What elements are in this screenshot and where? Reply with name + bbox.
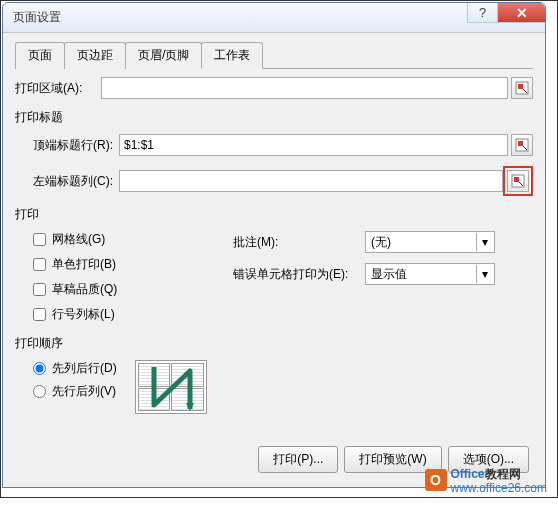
left-col-input[interactable]	[119, 170, 503, 192]
close-button[interactable]: ✕	[497, 3, 545, 23]
bw-checkbox[interactable]	[33, 258, 46, 271]
watermark-icon: O	[425, 469, 447, 491]
print-area-label: 打印区域(A):	[15, 80, 101, 97]
chevron-down-icon: ▾	[476, 265, 492, 283]
order-group: 打印顺序	[15, 335, 533, 352]
over-first-label: 先行后列(V)	[52, 383, 116, 400]
comments-label: 批注(M):	[233, 234, 359, 251]
top-row-input[interactable]	[119, 134, 508, 156]
rowcol-checkbox[interactable]	[33, 308, 46, 321]
errors-label: 错误单元格打印为(E):	[233, 266, 359, 283]
tab-page[interactable]: 页面	[15, 42, 65, 69]
errors-combo[interactable]: 显示值 ▾	[365, 263, 495, 285]
gridlines-checkbox[interactable]	[33, 233, 46, 246]
titlebar: 页面设置 ? ✕	[3, 3, 545, 33]
tab-sheet[interactable]: 工作表	[201, 42, 263, 69]
comments-combo[interactable]: (无) ▾	[365, 231, 495, 253]
tab-strip: 页面 页边距 页眉/页脚 工作表	[15, 41, 533, 69]
watermark-brand2: 教程网	[485, 467, 521, 481]
left-col-label: 左端标题列(C):	[33, 173, 119, 190]
errors-value: 显示值	[371, 266, 407, 283]
print-area-input[interactable]	[101, 77, 508, 99]
svg-rect-1	[518, 84, 523, 89]
print-order-preview	[135, 360, 207, 414]
watermark-brand1: Office	[451, 467, 485, 481]
print-group: 打印	[15, 206, 533, 223]
watermark: O Office教程网 www.office26.com	[425, 464, 548, 495]
draft-label: 草稿品质(Q)	[52, 281, 117, 298]
draft-checkbox[interactable]	[33, 283, 46, 296]
top-row-label: 顶端标题行(R):	[33, 137, 119, 154]
highlight-left-col-picker	[503, 166, 533, 196]
window-title: 页面设置	[13, 9, 61, 26]
left-col-range-picker[interactable]	[507, 170, 529, 192]
svg-rect-3	[518, 141, 523, 146]
print-area-range-picker[interactable]	[511, 77, 533, 99]
print-button[interactable]: 打印(P)...	[258, 446, 338, 473]
top-row-range-picker[interactable]	[511, 134, 533, 156]
gridlines-label: 网格线(G)	[52, 231, 105, 248]
tab-headerfooter[interactable]: 页眉/页脚	[125, 42, 202, 69]
watermark-site: www.office26.com	[451, 481, 548, 495]
over-first-radio[interactable]	[33, 385, 46, 398]
help-button[interactable]: ?	[467, 3, 497, 23]
down-first-label: 先列后行(D)	[52, 360, 117, 377]
bw-label: 单色打印(B)	[52, 256, 116, 273]
comments-value: (无)	[371, 234, 391, 251]
down-first-radio[interactable]	[33, 362, 46, 375]
rowcol-label: 行号列标(L)	[52, 306, 115, 323]
tab-margins[interactable]: 页边距	[64, 42, 126, 69]
print-titles-group: 打印标题	[15, 109, 533, 126]
svg-rect-5	[514, 177, 519, 182]
chevron-down-icon: ▾	[476, 233, 492, 251]
